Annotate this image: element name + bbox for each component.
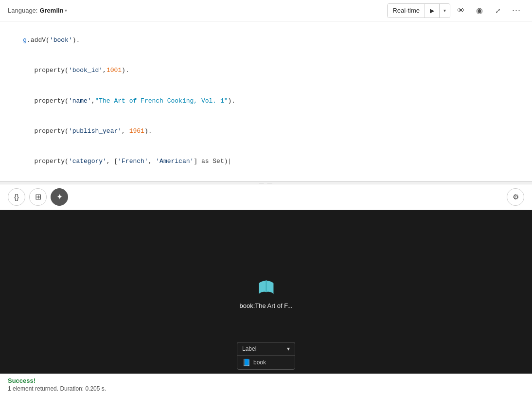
status-success: Success! [8,377,524,384]
status-bar: Success! 1 element returned. Duration: 0… [0,374,532,395]
realtime-dropdown-button[interactable]: ▾ [439,4,450,18]
toolbar: {} ⊞ ✦ ⚙ [0,184,532,210]
language-chevron-icon: ▾ [65,8,67,13]
node-book-icon [254,274,278,299]
language-value: Gremlin [39,7,63,14]
toolbar-left: {} ⊞ ✦ [8,188,68,206]
label-chevron-icon[interactable]: ▾ [287,345,290,352]
book-svg-icon [255,275,277,298]
graph-view-button[interactable]: ✦ [51,188,68,206]
label-book-emoji-icon: 📘 [242,359,250,366]
code-line-5: property('category', ['French', 'America… [8,147,524,177]
play-button[interactable]: ▶ [425,4,439,18]
expand-button[interactable]: ⤢ [490,3,506,18]
toolbar-right: ⚙ [507,188,524,206]
label-item-text: book [253,359,266,366]
header-right: Real-time ▶ ▾ 👁 ◉ ⤢ ··· [387,3,524,18]
status-info: 1 element returned. Duration: 0.205 s. [8,385,524,392]
eye2-icon: ◉ [476,6,483,15]
language-label: Language: [8,7,37,14]
graph-canvas[interactable]: book:The Art of F... Label ▾ 📘 book [0,210,532,374]
json-view-button[interactable]: {} [8,188,25,206]
realtime-label: Real-time [388,4,425,18]
label-overlay: Label ▾ 📘 book [237,342,295,370]
svg-rect-0 [266,280,266,292]
code-line-1: g.addV('book'). [8,25,524,55]
json-icon: {} [14,193,19,201]
more-icon: ··· [512,5,521,16]
code-line-2: property('book_id',1001). [8,55,524,86]
graph-node-book[interactable]: book:The Art of F... [239,274,292,309]
eye2-button[interactable]: ◉ [472,3,487,18]
more-button[interactable]: ··· [509,3,524,18]
realtime-button-group[interactable]: Real-time ▶ ▾ [387,3,450,18]
eye-icon: 👁 [457,6,465,15]
label-item-book[interactable]: 📘 book [237,356,295,369]
eye-button[interactable]: 👁 [453,3,469,18]
code-line-4: property('publish_year', 1961). [8,116,524,146]
label-header-text: Label [242,345,256,352]
graph-icon: ✦ [56,192,63,201]
node-label: book:The Art of F... [239,302,292,309]
settings-button[interactable]: ⚙ [507,188,524,206]
expand-icon: ⤢ [495,7,501,15]
code-line-3: property('name',"The Art of French Cooki… [8,86,524,116]
gear-icon: ⚙ [513,193,519,201]
table-view-button[interactable]: ⊞ [29,188,47,206]
header-bar: Language: Gremlin ▾ Real-time ▶ ▾ 👁 ◉ ⤢ … [0,0,532,21]
table-icon: ⊞ [35,192,41,201]
header-left: Language: Gremlin ▾ [8,7,67,14]
code-g: g [23,36,27,44]
label-header: Label ▾ [237,342,295,356]
language-dropdown[interactable]: Gremlin ▾ [39,7,67,14]
code-editor[interactable]: g.addV('book'). property('book_id',1001)… [0,21,532,181]
